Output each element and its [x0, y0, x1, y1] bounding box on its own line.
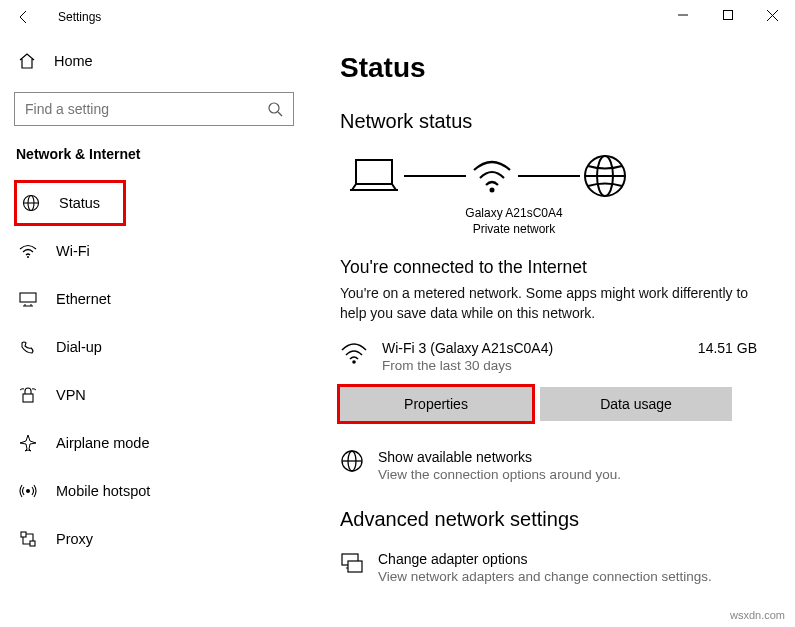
available-networks-row[interactable]: Show available networks View the connect…	[340, 449, 769, 482]
connection-line	[404, 175, 466, 177]
wifi-name: Wi-Fi 3 (Galaxy A21sC0A4)	[382, 340, 684, 356]
search-icon	[267, 101, 283, 117]
advanced-heading: Advanced network settings	[340, 508, 769, 531]
svg-point-9	[27, 256, 29, 258]
svg-rect-18	[356, 160, 392, 184]
network-diagram	[340, 153, 769, 199]
minimize-button[interactable]	[660, 0, 705, 30]
svg-rect-1	[723, 11, 732, 20]
svg-rect-10	[20, 293, 36, 302]
svg-point-19	[490, 188, 495, 193]
sidebar-item-status[interactable]: Status	[14, 180, 126, 226]
wifi-router-icon	[468, 156, 516, 196]
sidebar-item-label: Proxy	[56, 531, 93, 547]
connection-line	[518, 175, 580, 177]
sidebar-item-label: Ethernet	[56, 291, 111, 307]
available-title: Show available networks	[378, 449, 621, 465]
wifi-signal-icon	[340, 340, 368, 366]
airplane-icon	[18, 434, 38, 452]
page-title: Status	[340, 52, 769, 84]
wifi-icon	[18, 242, 38, 260]
proxy-icon	[18, 530, 38, 548]
wifi-sub: From the last 30 days	[382, 358, 684, 373]
adapter-options-row[interactable]: Change adapter options View network adap…	[340, 551, 769, 584]
diagram-label: Galaxy A21sC0A4 Private network	[436, 205, 592, 237]
hotspot-icon	[18, 482, 38, 500]
router-type: Private network	[436, 221, 592, 237]
sidebar-item-hotspot[interactable]: Mobile hotspot	[14, 468, 294, 514]
svg-point-15	[26, 489, 30, 493]
home-label: Home	[54, 53, 93, 69]
connected-title: You're connected to the Internet	[340, 257, 769, 278]
search-input[interactable]	[25, 101, 267, 117]
svg-line-5	[278, 112, 282, 116]
home-icon	[18, 52, 36, 70]
sidebar-item-label: Status	[59, 195, 100, 211]
maximize-button[interactable]	[705, 0, 750, 30]
sidebar-section-heading: Network & Internet	[14, 146, 294, 162]
sidebar-item-ethernet[interactable]: Ethernet	[14, 276, 294, 322]
wifi-usage: 14.51 GB	[698, 340, 769, 356]
close-button[interactable]	[750, 0, 795, 30]
home-nav[interactable]: Home	[14, 42, 294, 80]
properties-button[interactable]: Properties	[340, 387, 532, 421]
svg-point-4	[269, 103, 279, 113]
sidebar-item-airplane[interactable]: Airplane mode	[14, 420, 294, 466]
watermark: wsxdn.com	[730, 609, 785, 621]
adapter-sub: View network adapters and change connect…	[378, 569, 712, 584]
sidebar-item-label: Dial-up	[56, 339, 102, 355]
sidebar-item-label: Mobile hotspot	[56, 483, 150, 499]
main-content: Status Network status Galaxy A21sC0A4 Pr…	[308, 34, 795, 627]
sidebar-item-label: VPN	[56, 387, 86, 403]
router-name: Galaxy A21sC0A4	[436, 205, 592, 221]
titlebar: Settings	[0, 0, 795, 34]
svg-point-23	[352, 360, 356, 364]
window-controls	[660, 0, 795, 30]
svg-rect-14	[23, 394, 33, 402]
globe-small-icon	[340, 449, 364, 482]
svg-rect-28	[348, 561, 362, 572]
sidebar-item-wifi[interactable]: Wi-Fi	[14, 228, 294, 274]
laptop-icon	[346, 156, 402, 196]
data-usage-button[interactable]: Data usage	[540, 387, 732, 421]
available-sub: View the connection options around you.	[378, 467, 621, 482]
svg-rect-16	[21, 532, 26, 537]
adapter-title: Change adapter options	[378, 551, 712, 567]
svg-rect-17	[30, 541, 35, 546]
back-button[interactable]	[14, 9, 34, 25]
network-status-heading: Network status	[340, 110, 769, 133]
search-box[interactable]	[14, 92, 294, 126]
sidebar-item-proxy[interactable]: Proxy	[14, 516, 294, 562]
window-title: Settings	[58, 10, 101, 24]
wifi-connection-row: Wi-Fi 3 (Galaxy A21sC0A4) From the last …	[340, 340, 769, 373]
vpn-icon	[18, 386, 38, 404]
globe-icon	[21, 194, 41, 212]
sidebar: Home Network & Internet Status Wi-Fi	[0, 34, 308, 627]
dialup-icon	[18, 338, 38, 356]
button-row: Properties Data usage	[340, 387, 769, 421]
sidebar-item-label: Wi-Fi	[56, 243, 90, 259]
sidebar-item-label: Airplane mode	[56, 435, 150, 451]
connected-description: You're on a metered network. Some apps m…	[340, 284, 769, 323]
ethernet-icon	[18, 290, 38, 308]
sidebar-item-dialup[interactable]: Dial-up	[14, 324, 294, 370]
sidebar-item-vpn[interactable]: VPN	[14, 372, 294, 418]
adapter-icon	[340, 551, 364, 584]
globe-internet-icon	[582, 153, 628, 199]
